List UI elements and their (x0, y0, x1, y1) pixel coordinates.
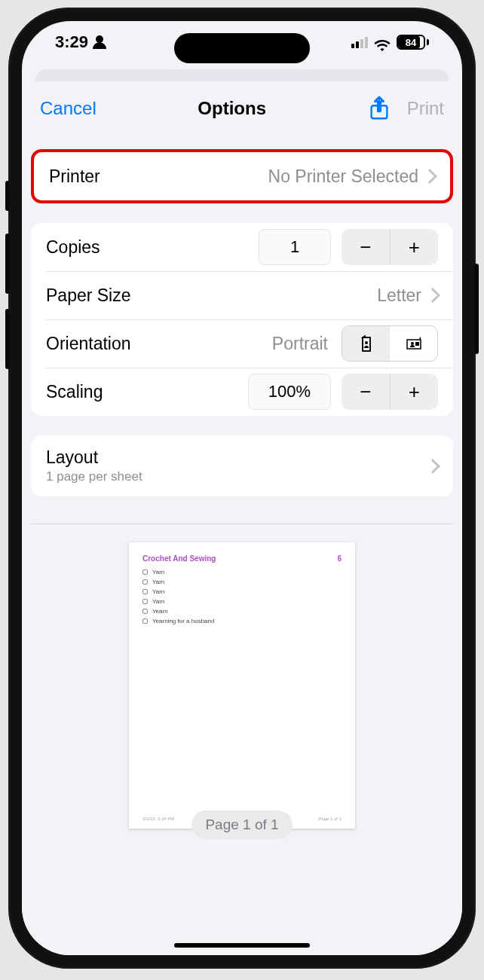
printer-group: Printer No Printer Selected (31, 149, 453, 203)
page-thumbnail[interactable]: Crochet And Sewing 6 Yarn Yarn Yarn Yarn… (129, 542, 355, 829)
battery-icon: 84 (397, 35, 429, 50)
scaling-plus-button[interactable]: + (391, 374, 439, 410)
sheet-header: Cancel Options Print (22, 81, 462, 136)
scaling-row: Scaling − + (31, 368, 453, 416)
paper-size-label: Paper Size (46, 285, 131, 306)
layout-subtitle: 1 page per sheet (46, 469, 142, 484)
scaling-input[interactable] (248, 374, 331, 410)
list-item: Yarn (142, 579, 342, 585)
print-button[interactable]: Print (407, 98, 444, 119)
doc-title: Crochet And Sewing (142, 554, 216, 563)
chevron-right-icon (425, 288, 440, 303)
copies-stepper: − + (342, 229, 438, 265)
doc-footer-left: 2/2/23, 3:24 PM (142, 817, 174, 821)
orientation-row: Orientation Portrait (31, 319, 453, 368)
orientation-label: Orientation (46, 334, 131, 354)
printer-row[interactable]: Printer No Printer Selected (34, 152, 450, 200)
list-item: Yearn (142, 608, 342, 615)
copies-minus-button[interactable]: − (342, 229, 390, 265)
home-indicator[interactable] (174, 943, 310, 948)
settings-group: Copies − + Paper Size Letter (31, 223, 453, 416)
printer-value: No Printer Selected (268, 166, 418, 187)
list-item: Yarn (142, 588, 342, 595)
copies-plus-button[interactable]: + (391, 229, 439, 265)
scaling-minus-button[interactable]: − (342, 374, 390, 410)
copies-label: Copies (46, 237, 100, 258)
cancel-button[interactable]: Cancel (40, 98, 96, 119)
landscape-button[interactable] (390, 326, 437, 361)
sheet-title: Options (198, 98, 266, 119)
portrait-button[interactable] (342, 326, 390, 361)
copies-row: Copies − + (31, 223, 453, 271)
chevron-right-icon (422, 169, 437, 184)
paper-size-value: Letter (377, 285, 421, 306)
page-indicator: Page 1 of 1 (191, 811, 292, 839)
dynamic-island (174, 33, 310, 63)
layout-group: Layout 1 page per sheet (31, 435, 453, 496)
cellular-icon (351, 36, 368, 48)
scaling-label: Scaling (46, 382, 103, 402)
wifi-icon (374, 36, 391, 48)
preview-area: Crochet And Sewing 6 Yarn Yarn Yarn Yarn… (31, 524, 453, 854)
chevron-right-icon (425, 459, 440, 474)
list-item: Yarn (142, 598, 342, 605)
svg-rect-5 (415, 342, 419, 346)
options-sheet: Cancel Options Print Printer No Printer … (22, 81, 462, 955)
copies-input[interactable] (259, 229, 331, 265)
share-icon[interactable] (368, 96, 391, 121)
doc-count: 6 (337, 554, 342, 563)
svg-point-2 (365, 341, 368, 344)
list-item: Yarn (142, 569, 342, 575)
layout-row[interactable]: Layout 1 page per sheet (31, 435, 453, 496)
paper-size-row[interactable]: Paper Size Letter (31, 271, 453, 319)
layout-label: Layout (46, 447, 98, 468)
svg-point-4 (411, 342, 414, 345)
scaling-stepper: − + (342, 374, 438, 410)
profile-icon (93, 35, 106, 49)
orientation-toggle (342, 325, 438, 362)
list-item: Yearning for a husband (142, 618, 342, 624)
printer-label: Printer (49, 166, 100, 187)
orientation-value: Portrait (272, 334, 328, 354)
doc-footer-right: Page 1 of 1 (318, 817, 342, 821)
status-time: 3:29 (55, 32, 88, 52)
